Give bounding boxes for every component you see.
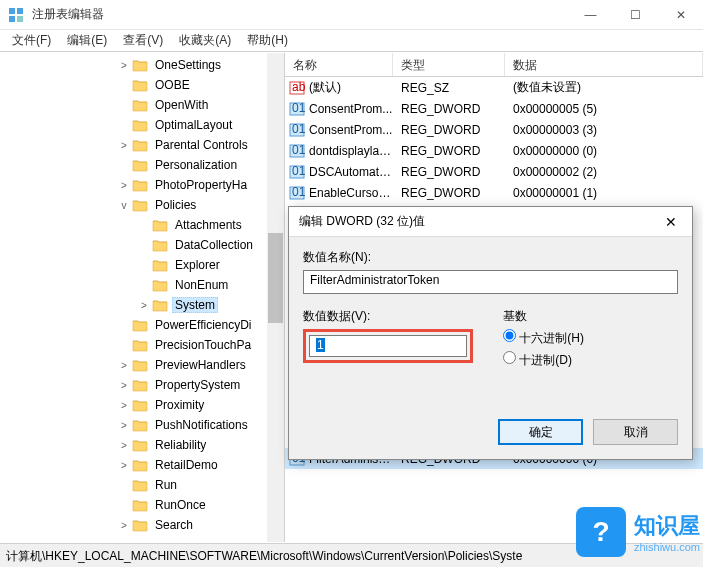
tree-item-datacollection[interactable]: DataCollection [0, 235, 284, 255]
tree-label: OneSettings [152, 58, 224, 72]
close-button[interactable]: ✕ [658, 0, 703, 30]
tree-label: Run [152, 478, 180, 492]
tree-item-nonenum[interactable]: NonEnum [0, 275, 284, 295]
menu-edit[interactable]: 编辑(E) [59, 30, 115, 51]
watermark: ? 知识屋 zhishiwu.com [576, 507, 700, 557]
binary-icon: 011 [289, 101, 305, 117]
tree-item-powerefficiencydi[interactable]: PowerEfficiencyDi [0, 315, 284, 335]
tree-toggle-icon[interactable]: > [118, 360, 130, 371]
tree-toggle-icon[interactable]: v [118, 200, 130, 211]
svg-text:ab: ab [292, 80, 305, 94]
tree-toggle-icon[interactable]: > [118, 420, 130, 431]
tree-label: DataCollection [172, 238, 256, 252]
list-row[interactable]: ab(默认)REG_SZ(数值未设置) [285, 77, 703, 98]
tree-item-system[interactable]: >System [0, 295, 284, 315]
folder-icon [132, 378, 148, 392]
folder-icon [132, 118, 148, 132]
tree-toggle-icon[interactable]: > [118, 60, 130, 71]
tree-label: Explorer [172, 258, 223, 272]
tree-scrollbar[interactable] [267, 53, 284, 542]
window-title: 注册表编辑器 [32, 6, 568, 23]
tree-toggle-icon[interactable]: > [118, 180, 130, 191]
list-row[interactable]: 011ConsentProm...REG_DWORD0x00000003 (3) [285, 119, 703, 140]
string-icon: ab [289, 80, 305, 96]
tree-item-photopropertyha[interactable]: >PhotoPropertyHa [0, 175, 284, 195]
tree-toggle-icon[interactable]: > [118, 460, 130, 471]
menubar: 文件(F) 编辑(E) 查看(V) 收藏夹(A) 帮助(H) [0, 30, 703, 52]
tree-item-search[interactable]: >Search [0, 515, 284, 535]
list-row[interactable]: 011EnableCursorS...REG_DWORD0x00000001 (… [285, 182, 703, 203]
tree-label: Reliability [152, 438, 209, 452]
maximize-button[interactable]: ☐ [613, 0, 658, 30]
dialog-title: 编辑 DWORD (32 位)值 [299, 213, 656, 230]
tree-item-attachments[interactable]: Attachments [0, 215, 284, 235]
folder-icon [132, 338, 148, 352]
folder-icon [152, 258, 168, 272]
folder-icon [132, 78, 148, 92]
tree-toggle-icon[interactable]: > [118, 400, 130, 411]
col-data[interactable]: 数据 [505, 53, 703, 76]
folder-icon [132, 158, 148, 172]
list-row[interactable]: 011DSCAutomatio...REG_DWORD0x00000002 (2… [285, 161, 703, 182]
tree-label: Proximity [152, 398, 207, 412]
tree-item-proximity[interactable]: >Proximity [0, 395, 284, 415]
menu-favorites[interactable]: 收藏夹(A) [171, 30, 239, 51]
cancel-button[interactable]: 取消 [593, 419, 678, 445]
folder-icon [152, 298, 168, 312]
menu-help[interactable]: 帮助(H) [239, 30, 296, 51]
tree-toggle-icon[interactable]: > [118, 520, 130, 531]
tree-item-precisiontouchpa[interactable]: PrecisionTouchPa [0, 335, 284, 355]
col-name[interactable]: 名称 [285, 53, 393, 76]
tree-toggle-icon[interactable]: > [138, 300, 150, 311]
tree-item-optimallayout[interactable]: OptimalLayout [0, 115, 284, 135]
value-data-input[interactable]: 1 [309, 335, 467, 357]
list-header: 名称 类型 数据 [285, 53, 703, 77]
svg-text:011: 011 [292, 164, 305, 178]
tree-item-oobe[interactable]: OOBE [0, 75, 284, 95]
minimize-button[interactable]: — [568, 0, 613, 30]
tree-item-reliability[interactable]: >Reliability [0, 435, 284, 455]
tree-item-parental-controls[interactable]: >Parental Controls [0, 135, 284, 155]
tree-item-explorer[interactable]: Explorer [0, 255, 284, 275]
tree-label: RetailDemo [152, 458, 221, 472]
value-name-input[interactable]: FilterAdministratorToken [303, 270, 678, 294]
tree-item-personalization[interactable]: Personalization [0, 155, 284, 175]
ok-button[interactable]: 确定 [498, 419, 583, 445]
svg-text:011: 011 [292, 122, 305, 136]
tree-item-previewhandlers[interactable]: >PreviewHandlers [0, 355, 284, 375]
folder-icon [152, 218, 168, 232]
tree-toggle-icon[interactable]: > [118, 380, 130, 391]
tree-pane: >OneSettingsOOBEOpenWithOptimalLayout>Pa… [0, 53, 285, 542]
tree-item-runonce[interactable]: RunOnce [0, 495, 284, 515]
tree-item-retaildemo[interactable]: >RetailDemo [0, 455, 284, 475]
radio-dec[interactable]: 十进制(D) [503, 351, 584, 369]
tree-item-onesettings[interactable]: >OneSettings [0, 55, 284, 75]
radio-hex[interactable]: 十六进制(H) [503, 329, 584, 347]
svg-rect-2 [9, 16, 15, 22]
tree-label: Policies [152, 198, 199, 212]
tree-item-policies[interactable]: vPolicies [0, 195, 284, 215]
tree-label: PhotoPropertyHa [152, 178, 250, 192]
tree-toggle-icon[interactable]: > [118, 140, 130, 151]
svg-text:011: 011 [292, 101, 305, 115]
tree-item-openwith[interactable]: OpenWith [0, 95, 284, 115]
folder-icon [152, 278, 168, 292]
tree-label: Personalization [152, 158, 240, 172]
tree-item-pushnotifications[interactable]: >PushNotifications [0, 415, 284, 435]
menu-file[interactable]: 文件(F) [4, 30, 59, 51]
list-row[interactable]: 011dontdisplaylas...REG_DWORD0x00000000 … [285, 140, 703, 161]
folder-icon [132, 518, 148, 532]
tree-item-run[interactable]: Run [0, 475, 284, 495]
dialog-close-button[interactable]: ✕ [656, 214, 686, 230]
folder-icon [132, 498, 148, 512]
tree-toggle-icon[interactable]: > [118, 440, 130, 451]
tree-item-propertysystem[interactable]: >PropertySystem [0, 375, 284, 395]
list-row[interactable]: 011ConsentProm...REG_DWORD0x00000005 (5) [285, 98, 703, 119]
regedit-icon [8, 7, 24, 23]
svg-text:011: 011 [292, 143, 305, 157]
menu-view[interactable]: 查看(V) [115, 30, 171, 51]
col-type[interactable]: 类型 [393, 53, 505, 76]
folder-icon [132, 478, 148, 492]
tree-label: RunOnce [152, 498, 209, 512]
binary-icon: 011 [289, 143, 305, 159]
